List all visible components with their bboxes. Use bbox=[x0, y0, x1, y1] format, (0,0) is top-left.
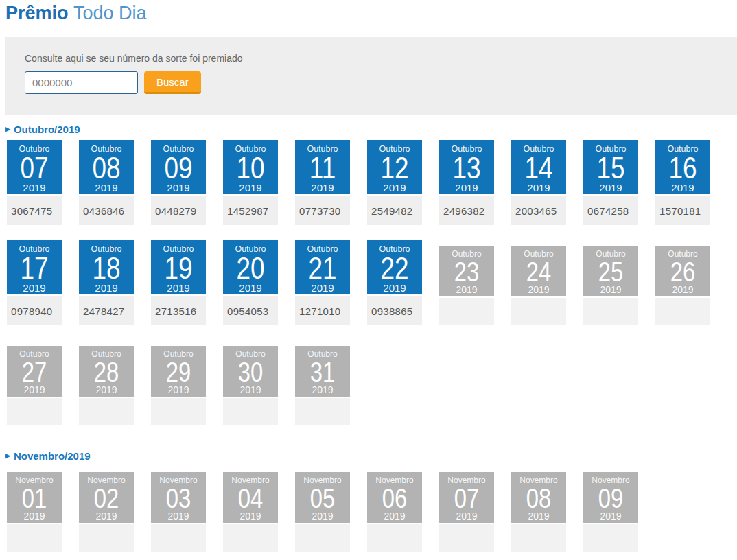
day-card-date: Outubro072019 bbox=[7, 140, 62, 194]
card-day-number: 14 bbox=[516, 154, 561, 182]
day-card-date: Outubro312019 bbox=[295, 346, 350, 397]
day-card[interactable]: Outubro1820192478427 bbox=[79, 240, 134, 325]
day-card[interactable]: Outubro1120190773730 bbox=[295, 140, 350, 225]
card-day-number: 05 bbox=[300, 486, 345, 511]
day-card[interactable]: Outubro1020191452987 bbox=[223, 140, 278, 225]
day-card-date: Novembro062019 bbox=[367, 472, 422, 523]
day-card[interactable]: Outubro0820190436846 bbox=[79, 140, 134, 225]
day-card[interactable]: Outubro1920192713516 bbox=[151, 240, 206, 325]
empty-number-slot bbox=[655, 298, 710, 325]
card-day-number: 11 bbox=[300, 154, 345, 182]
day-card-date: Novembro022019 bbox=[79, 472, 134, 523]
day-card-date: Novembro012019 bbox=[7, 472, 62, 523]
card-day-number: 27 bbox=[12, 360, 57, 384]
day-card-date: Novembro052019 bbox=[295, 472, 350, 523]
empty-number-slot bbox=[7, 398, 62, 425]
lucky-number: 2713516 bbox=[151, 296, 206, 325]
day-card-date: Outubro192019 bbox=[151, 240, 206, 294]
card-day-number: 23 bbox=[444, 259, 489, 284]
card-day-number: 22 bbox=[372, 255, 417, 282]
search-row: Buscar bbox=[25, 71, 737, 94]
day-card[interactable]: Outubro0920190448279 bbox=[151, 140, 206, 225]
lucky-number: 0436846 bbox=[79, 196, 134, 225]
day-card[interactable]: Outubro1520190674258 bbox=[583, 140, 638, 225]
day-card-date: Outubro212019 bbox=[295, 240, 350, 294]
day-card-date: Outubro182019 bbox=[79, 240, 134, 294]
buscar-button[interactable]: Buscar bbox=[144, 71, 201, 94]
day-card-date: Outubro142019 bbox=[511, 140, 566, 194]
empty-number-slot bbox=[583, 524, 638, 552]
empty-number-slot bbox=[79, 524, 134, 552]
day-card-date: Outubro232019 bbox=[439, 246, 494, 296]
day-card: Novembro022019 bbox=[79, 472, 134, 552]
card-day-number: 13 bbox=[444, 154, 489, 182]
card-day-number: 08 bbox=[516, 486, 561, 511]
day-card[interactable]: Outubro1420192003465 bbox=[511, 140, 566, 225]
card-day-number: 25 bbox=[588, 259, 633, 284]
card-day-number: 16 bbox=[660, 154, 705, 182]
cards-row: Outubro1720190978940Outubro1820192478427… bbox=[7, 240, 737, 325]
lucky-number: 1452987 bbox=[223, 196, 278, 225]
lucky-number: 0954053 bbox=[223, 296, 278, 325]
card-day-number: 08 bbox=[84, 154, 129, 182]
day-card: Outubro252019 bbox=[583, 246, 638, 325]
card-day-number: 06 bbox=[372, 486, 417, 511]
section-title: Novembro/2019 bbox=[14, 450, 91, 462]
card-day-number: 07 bbox=[444, 486, 489, 511]
day-card-date: Outubro172019 bbox=[7, 240, 62, 294]
day-card: Novembro012019 bbox=[7, 472, 62, 552]
day-card-date: Outubro222019 bbox=[367, 240, 422, 294]
empty-number-slot bbox=[223, 524, 278, 552]
cards-row: Novembro012019Novembro022019Novembro0320… bbox=[7, 467, 737, 552]
card-day-number: 31 bbox=[300, 360, 345, 384]
day-card: Novembro082019 bbox=[511, 472, 566, 552]
cards-row: Outubro0720193067475Outubro0820190436846… bbox=[7, 140, 737, 225]
day-card[interactable]: Outubro1620191570181 bbox=[655, 140, 710, 225]
empty-number-slot bbox=[439, 524, 494, 552]
empty-number-slot bbox=[295, 524, 350, 552]
day-card-date: Outubro162019 bbox=[655, 140, 710, 194]
day-card-date: Outubro112019 bbox=[295, 140, 350, 194]
lucky-number: 1271010 bbox=[295, 296, 350, 325]
day-card: Novembro062019 bbox=[367, 472, 422, 552]
card-day-number: 30 bbox=[228, 360, 273, 384]
section-title: Outubro/2019 bbox=[14, 124, 80, 135]
search-panel: Consulte aqui se seu número da sorte foi… bbox=[5, 37, 737, 115]
card-day-number: 20 bbox=[228, 255, 273, 282]
section-header[interactable]: ▶Outubro/2019 bbox=[5, 124, 737, 135]
lucky-number-input[interactable] bbox=[25, 71, 138, 94]
day-card[interactable]: Outubro2020190954053 bbox=[223, 240, 278, 325]
day-card-date: Outubro302019 bbox=[223, 346, 278, 397]
card-day-number: 09 bbox=[588, 486, 633, 511]
empty-number-slot bbox=[439, 298, 494, 325]
card-day-number: 24 bbox=[516, 259, 561, 284]
card-day-number: 15 bbox=[588, 154, 633, 182]
lucky-number: 2478427 bbox=[79, 296, 134, 325]
day-card: Outubro242019 bbox=[511, 246, 566, 325]
day-card: Novembro032019 bbox=[151, 472, 206, 552]
day-card[interactable]: Outubro1320192496382 bbox=[439, 140, 494, 225]
day-card[interactable]: Outubro0720193067475 bbox=[7, 140, 62, 225]
day-card[interactable]: Outubro1720190978940 bbox=[7, 240, 62, 325]
empty-number-slot bbox=[7, 524, 62, 552]
day-card-date: Outubro152019 bbox=[583, 140, 638, 194]
day-card[interactable]: Outubro1220192549482 bbox=[367, 140, 422, 225]
empty-number-slot bbox=[511, 524, 566, 552]
premio-todo-dia-page: Prêmio Todo Dia Consulte aqui se seu núm… bbox=[0, 0, 737, 560]
day-card[interactable]: Outubro2220190938865 bbox=[367, 240, 422, 325]
day-card-date: Outubro082019 bbox=[79, 140, 134, 194]
empty-number-slot bbox=[511, 298, 566, 325]
day-card: Outubro282019 bbox=[79, 346, 134, 425]
day-card-date: Outubro132019 bbox=[439, 140, 494, 194]
card-day-number: 21 bbox=[300, 255, 345, 282]
section-header[interactable]: ▶Novembro/2019 bbox=[5, 450, 737, 462]
card-day-number: 01 bbox=[12, 486, 57, 511]
section-arrow-icon: ▶ bbox=[5, 452, 10, 459]
card-day-number: 26 bbox=[660, 259, 705, 284]
card-day-number: 12 bbox=[372, 154, 417, 182]
day-card-date: Novembro032019 bbox=[151, 472, 206, 523]
day-card[interactable]: Outubro2120191271010 bbox=[295, 240, 350, 325]
day-card-date: Outubro262019 bbox=[655, 246, 710, 296]
section-arrow-icon: ▶ bbox=[5, 126, 10, 132]
page-title: Prêmio Todo Dia bbox=[5, 0, 737, 25]
